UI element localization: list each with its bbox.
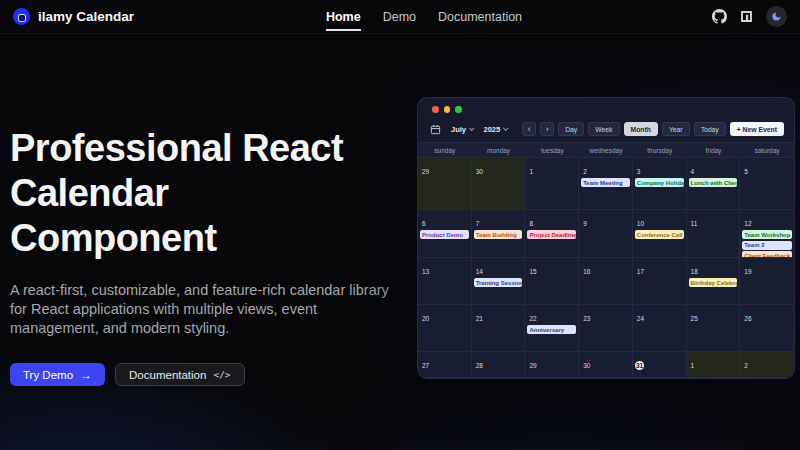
code-icon: </> — [213, 369, 230, 380]
nav-link-demo[interactable]: Demo — [383, 2, 416, 31]
calendar-cell[interactable]: 4Lunch with Client — [687, 158, 741, 210]
calendar-event[interactable]: Lunch with Client — [689, 178, 738, 187]
calendar-cell[interactable]: 25 — [687, 305, 741, 352]
calendar-cell[interactable]: 13 — [418, 258, 472, 305]
view-button-year[interactable]: Year — [662, 122, 690, 136]
calendar-cell[interactable]: 8Project Deadline — [525, 210, 579, 258]
day-header: monday — [472, 143, 526, 157]
calendar-event[interactable]: Anniversary — [527, 325, 576, 334]
date-number: 1 — [689, 361, 697, 370]
calendar-event[interactable]: Team Workshop — [742, 230, 792, 239]
calendar-event[interactable]: Training Session — [474, 278, 523, 287]
calendar-cell[interactable]: 23 — [579, 305, 633, 352]
day-header-row: sundaymondaytuesdaywednesdaythursdayfrid… — [418, 142, 794, 158]
view-button-day[interactable]: Day — [558, 122, 584, 136]
calendar-cell[interactable]: 15 — [525, 258, 579, 305]
brand[interactable]: ilamy Calendar — [13, 8, 134, 25]
nav-link-documentation[interactable]: Documentation — [438, 2, 522, 31]
calendar-cell[interactable]: 19 — [740, 258, 794, 305]
next-month-button[interactable]: › — [540, 122, 554, 136]
calendar-event[interactable]: Team 2 — [742, 241, 792, 250]
date-number: 20 — [420, 314, 431, 323]
calendar-cell[interactable]: 1 — [687, 352, 741, 378]
hero-title: Professional React Calendar Component — [10, 126, 410, 260]
calendar-icon — [430, 124, 441, 135]
date-number: 2 — [581, 167, 589, 176]
window-zoom-button[interactable] — [455, 106, 462, 113]
day-header: tuesday — [525, 143, 579, 157]
toolbar-left: July 2025 — [430, 124, 508, 135]
documentation-button[interactable]: Documentation </> — [115, 363, 245, 386]
calendar-cell[interactable]: 2 — [740, 352, 794, 378]
calendar-cell[interactable]: 27 — [418, 352, 472, 378]
view-button-month[interactable]: Month — [624, 122, 658, 136]
calendar-cell[interactable]: 28 — [472, 352, 526, 378]
calendar-cell[interactable]: 30 — [472, 158, 526, 210]
calendar-cell[interactable]: 21 — [472, 305, 526, 352]
calendar-event[interactable]: Client Feedback Session — [742, 251, 792, 258]
calendar-cell[interactable]: 16 — [579, 258, 633, 305]
date-number: 19 — [742, 267, 753, 276]
calendar-cell[interactable]: 2Team Meeting — [579, 158, 633, 210]
date-number: 5 — [742, 167, 750, 176]
calendar-cell[interactable]: 9 — [579, 210, 633, 258]
try-demo-button[interactable]: Try Demo → — [10, 363, 105, 386]
calendar-event[interactable]: Birthday Celebration — [689, 278, 738, 287]
new-event-button[interactable]: + New Event — [730, 122, 784, 136]
day-header: wednesday — [579, 143, 633, 157]
calendar-cell[interactable]: 29 — [525, 352, 579, 378]
date-number: 9 — [581, 219, 589, 228]
window-close-button[interactable] — [432, 106, 439, 113]
date-number: 29 — [527, 361, 538, 370]
calendar-cell[interactable]: 18Birthday Celebration — [687, 258, 741, 305]
hero-section: Professional React Calendar Component A … — [10, 126, 410, 386]
view-button-week[interactable]: Week — [588, 122, 619, 136]
hero-title-line: Component — [10, 216, 410, 261]
view-button-today[interactable]: Today — [694, 122, 726, 136]
theme-toggle-moon-icon[interactable] — [766, 6, 787, 27]
calendar-event[interactable]: Company Holiday — [635, 178, 684, 187]
window-minimize-button[interactable] — [444, 106, 451, 113]
calendar-event[interactable]: Product Demo — [420, 230, 469, 239]
calendar-cell[interactable]: 1 — [525, 158, 579, 210]
calendar-event[interactable]: Team Meeting — [581, 178, 630, 187]
calendar-event[interactable]: Conference Call — [635, 230, 684, 239]
calendar-cell[interactable]: 10Conference Call — [633, 210, 687, 258]
date-number: 11 — [689, 219, 700, 228]
calendar-cell[interactable]: 11 — [687, 210, 741, 258]
nav-link-home[interactable]: Home — [326, 2, 361, 31]
calendar-event[interactable]: Team Building — [474, 230, 523, 239]
calendar-cell[interactable]: 17 — [633, 258, 687, 305]
calendar-cell[interactable]: 26 — [740, 305, 794, 352]
github-icon[interactable] — [712, 9, 727, 24]
prev-month-button[interactable]: ‹ — [522, 122, 536, 136]
chevron-down-icon — [503, 126, 508, 131]
hero-title-line: Calendar — [10, 171, 410, 216]
calendar-cell[interactable]: 14Training Session — [472, 258, 526, 305]
calendar-cell[interactable]: 20 — [418, 305, 472, 352]
date-number: 27 — [420, 361, 431, 370]
date-number: 25 — [689, 314, 700, 323]
chevron-down-icon — [469, 126, 474, 131]
calendar-cell[interactable]: 5 — [740, 158, 794, 210]
month-dropdown[interactable]: July — [451, 125, 474, 134]
date-number: 10 — [635, 219, 646, 228]
calendar-event[interactable]: Project Deadline — [527, 230, 576, 239]
calendar-cell[interactable]: 22Anniversary — [525, 305, 579, 352]
calendar-cell[interactable]: 7Team Building — [472, 210, 526, 258]
top-nav: ilamy Calendar Home Demo Documentation — [0, 0, 800, 34]
calendar-cell[interactable]: 31 — [633, 352, 687, 378]
calendar-cell[interactable]: 29 — [418, 158, 472, 210]
calendar-cell[interactable]: 6Product Demo — [418, 210, 472, 258]
date-number: 6 — [420, 219, 428, 228]
date-number: 22 — [527, 314, 538, 323]
year-dropdown[interactable]: 2025 — [484, 125, 508, 134]
month-dropdown-value: July — [451, 125, 466, 134]
calendar-cell[interactable]: 30 — [579, 352, 633, 378]
date-number: 30 — [474, 167, 485, 176]
calendar-cell[interactable]: 3Company Holiday — [633, 158, 687, 210]
npm-icon[interactable] — [740, 10, 753, 23]
calendar-cell[interactable]: 12Team WorkshopTeam 2Client Feedback Ses… — [740, 210, 794, 258]
calendar-cell[interactable]: 24 — [633, 305, 687, 352]
date-number: 8 — [527, 219, 535, 228]
